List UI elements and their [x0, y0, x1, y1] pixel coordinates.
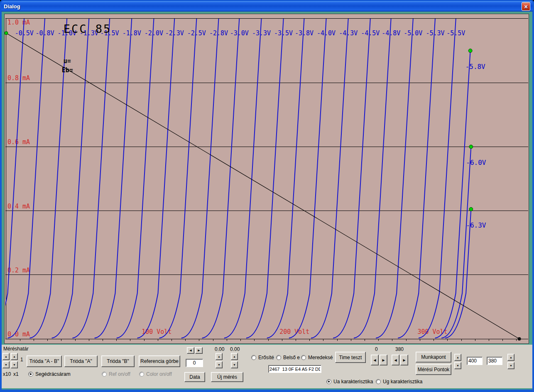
- range-x10-down-button[interactable]: ▼: [2, 361, 10, 368]
- ia-max-field[interactable]: [487, 357, 502, 365]
- x10-label: x10: [3, 371, 11, 377]
- curve-label--6.3V: -6.3V: [466, 221, 486, 229]
- value-left-down-button[interactable]: ▼: [216, 361, 223, 368]
- range-hi-arrow-buttons: ◀ ▶: [392, 355, 408, 365]
- y-tick-label: 1.0 mA: [7, 19, 30, 26]
- x-tick-label: 200 Volt: [279, 328, 309, 336]
- grid-voltage-label: -2.5V: [187, 29, 206, 37]
- x1-label: x1: [13, 371, 19, 377]
- radio-circle-icon: [139, 372, 144, 377]
- curve-label--5.8V: -5.8V: [465, 63, 485, 71]
- close-icon: ×: [524, 3, 527, 10]
- meresi-pontok-button[interactable]: Mérési Pontok: [416, 364, 451, 375]
- radio-circle-icon: [276, 355, 281, 360]
- curve--3.8V: [267, 19, 304, 338]
- step-arrow-buttons: ◀ ▶: [187, 347, 203, 354]
- range-x1-up-button[interactable]: ▲: [11, 353, 18, 360]
- step-left-button[interactable]: ◀: [187, 347, 194, 354]
- munkapont-button[interactable]: Munkapont: [416, 352, 451, 363]
- grid-voltage-label: -3.5V: [274, 29, 293, 37]
- range-hi-left-button[interactable]: ◀: [392, 355, 399, 365]
- y-tick-label: 0.4 mA: [7, 203, 30, 210]
- step-value-field[interactable]: [186, 359, 203, 367]
- radio-label: Ug karakterisztika: [383, 379, 422, 385]
- range-x10-spinner: ▲ ▼: [2, 353, 10, 368]
- radio-label: Meredeksé: [308, 355, 333, 360]
- grid-voltage-label: -2.8V: [209, 29, 228, 37]
- radio-label: Ref on/off: [109, 371, 130, 377]
- range-lo-right-button[interactable]: ▶: [380, 355, 387, 365]
- curve--3.0V: [202, 19, 240, 338]
- segedracsaram-radio[interactable]: Segédrácsáram: [28, 371, 71, 377]
- trioda-a-button[interactable]: Trióda "A": [64, 355, 98, 367]
- time-teszt-button[interactable]: Time teszt: [335, 352, 366, 363]
- trioda-ab-button[interactable]: Trióda "A - B": [27, 355, 62, 367]
- dialog-client-area: 100 Volt200 Volt300 Volt1.0 mA0.8 mA0.6 …: [2, 12, 532, 390]
- curves-group: [5, 19, 471, 338]
- radio-circle-icon: [28, 372, 33, 377]
- measure-point--5.8V: [468, 49, 472, 53]
- ia-max-down-button[interactable]: ▼: [507, 362, 514, 369]
- radio-circle-icon: [301, 355, 306, 360]
- referencia-gorbe-button[interactable]: Referencia görbe: [139, 355, 180, 367]
- curve--5.8V: [435, 51, 470, 338]
- radio-circle-icon: [326, 379, 331, 384]
- grid-voltage-label: -2.0V: [145, 29, 163, 37]
- step-right-button[interactable]: ▶: [195, 347, 203, 354]
- mereshatar-label: Méréshatár: [3, 346, 29, 352]
- grid-voltage-label: -4.5V: [361, 29, 380, 37]
- radio-circle-icon: [376, 379, 381, 384]
- load-line-start-point: [5, 32, 8, 35]
- ua-max-up-button[interactable]: ▲: [454, 354, 461, 361]
- ua-max-down-button[interactable]: ▼: [454, 362, 461, 369]
- ia-max-up-button[interactable]: ▲: [507, 354, 514, 361]
- measure-point--6.3V: [469, 207, 473, 211]
- grid-voltage-label: -2.3V: [165, 29, 184, 37]
- curve--2.3V: [137, 19, 175, 338]
- grid-voltage-label: -0.8V: [35, 29, 54, 37]
- y-tick-label: 0.6 mA: [7, 138, 30, 146]
- meredekseg-radio[interactable]: Meredeksé: [301, 355, 333, 360]
- belso-radio[interactable]: Belső e: [276, 355, 300, 360]
- data-button[interactable]: Data: [184, 372, 205, 382]
- radio-label: Segédrácsáram: [35, 371, 71, 377]
- range-hi-right-button[interactable]: ▶: [400, 355, 408, 365]
- annotation-eb: Eb=: [62, 66, 73, 74]
- grid-voltage-label: -3.3V: [252, 29, 271, 37]
- range-x1-down-button[interactable]: ▼: [11, 361, 18, 368]
- ref-onoff-radio[interactable]: Ref on/off: [102, 371, 130, 377]
- measure-point--6.0V: [469, 145, 473, 149]
- radio-label: Color on/off: [146, 371, 172, 377]
- curve--6.0V: [441, 147, 471, 338]
- ua-max-field[interactable]: [467, 357, 483, 365]
- close-button[interactable]: ×: [522, 2, 530, 11]
- range-x10-up-button[interactable]: ▲: [2, 353, 10, 360]
- value-right-up-button[interactable]: ▲: [231, 353, 238, 360]
- ua-karakterisztika-radio[interactable]: Ua karakterisztika: [326, 379, 373, 385]
- grid-voltage-label: -3.8V: [295, 29, 314, 37]
- characteristic-plot: 100 Volt200 Volt300 Volt1.0 mA0.8 mA0.6 …: [4, 14, 529, 344]
- value-right-down-button[interactable]: ▼: [231, 361, 238, 368]
- value-left-up-button[interactable]: ▲: [216, 353, 223, 360]
- range-lo-label: 0: [375, 346, 378, 352]
- curve--4.8V: [354, 19, 391, 338]
- trioda-b-button[interactable]: Trióda "B": [101, 355, 135, 367]
- ug-karakterisztika-radio[interactable]: Ug karakterisztika: [376, 379, 422, 385]
- uj-meres-button[interactable]: Új mérés: [211, 372, 243, 382]
- grid-voltage-label: -5.3V: [426, 29, 444, 37]
- radio-circle-icon: [251, 355, 256, 360]
- x-tick-label: 300 Volt: [417, 328, 447, 336]
- window-title: Dialog: [4, 3, 20, 10]
- curve-label--6.0V: -6.0V: [466, 159, 486, 167]
- grid-voltage-label: -5.5V: [446, 29, 465, 37]
- value-right-label: 0.00: [230, 346, 240, 352]
- grid-voltage-label: -4.3V: [339, 29, 358, 37]
- color-onoff-radio[interactable]: Color on/off: [139, 371, 172, 377]
- hex-data-field[interactable]: [268, 365, 321, 373]
- erosites-radio[interactable]: Erősíté: [251, 355, 274, 360]
- curve--0.8V: [7, 19, 45, 338]
- ua-max-spinner: ▲ ▼: [454, 354, 461, 369]
- range-lo-left-button[interactable]: ◀: [371, 355, 379, 365]
- radio-label: Belső e: [283, 355, 300, 360]
- titlebar[interactable]: Dialog ×: [1, 1, 533, 12]
